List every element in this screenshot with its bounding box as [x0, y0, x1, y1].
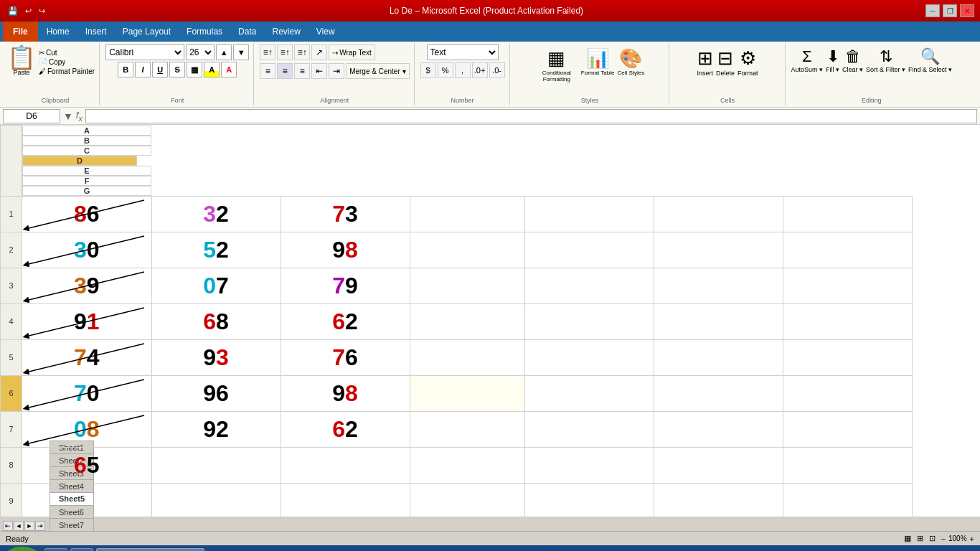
merge-center-btn[interactable]: Merge & Center ▾ — [346, 63, 409, 79]
minimize-btn[interactable]: ─ — [925, 4, 940, 17]
indent-less-btn[interactable]: ⇤ — [311, 63, 327, 79]
col-header-e[interactable]: E — [22, 166, 151, 176]
file-menu[interactable]: File — [3, 22, 38, 42]
maximize-btn[interactable]: ❐ — [943, 4, 957, 17]
cell-D3[interactable] — [410, 268, 524, 303]
cell-F4[interactable] — [654, 303, 783, 339]
conditional-formatting-btn[interactable]: ▦ Conditional Formatting — [535, 47, 578, 83]
cell-G2[interactable] — [783, 232, 912, 268]
cell-A5[interactable]: 74 — [22, 339, 152, 375]
strikethrough-btn[interactable]: S — [169, 62, 185, 77]
taskbar-ie-btn[interactable]: 🌐 — [44, 548, 67, 551]
font-size-select[interactable]: 26 — [186, 44, 215, 60]
percent-btn[interactable]: % — [438, 62, 453, 78]
col-header-b[interactable]: B — [22, 136, 151, 146]
cell-D8[interactable] — [410, 447, 524, 483]
tab-next-btn[interactable]: ► — [24, 521, 34, 531]
align-top-center-btn[interactable]: ≡↑ — [277, 44, 293, 60]
cut-btn[interactable]: ✂Cut — [39, 49, 95, 57]
increase-font-btn[interactable]: ▲ — [216, 44, 232, 60]
find-select-btn[interactable]: 🔍 Find & Select ▾ — [908, 47, 952, 73]
cell-C3[interactable]: 79 — [281, 268, 410, 303]
page-layout-menu[interactable]: Page Layout — [116, 22, 178, 42]
tab-prev-btn[interactable]: ◄ — [14, 521, 24, 531]
cell-F5[interactable] — [654, 339, 783, 375]
view-page-btn[interactable]: ⊡ — [929, 534, 936, 543]
fill-btn[interactable]: ⬇ Fill ▾ — [826, 47, 839, 73]
cell-A4[interactable]: 91 — [22, 303, 152, 339]
cell-F2[interactable] — [654, 232, 783, 268]
cell-E1[interactable] — [524, 196, 654, 232]
row-number-2[interactable]: 2 — [1, 232, 22, 268]
cell-F7[interactable] — [654, 411, 783, 447]
format-painter-btn[interactable]: 🖌Format Painter — [39, 67, 95, 75]
cell-D4[interactable] — [410, 303, 524, 339]
col-header-c[interactable]: C — [22, 146, 151, 156]
cell-B1[interactable]: 32 — [151, 196, 281, 232]
cell-E3[interactable] — [524, 268, 654, 303]
cell-B6[interactable]: 96 — [151, 375, 281, 411]
row-number-7[interactable]: 7 — [1, 411, 22, 447]
cell-B7[interactable]: 92 — [151, 411, 281, 447]
cell-C8[interactable] — [281, 447, 410, 483]
align-top-right-btn[interactable]: ≡↑ — [294, 44, 310, 60]
cell-G5[interactable] — [783, 339, 912, 375]
cell-B8[interactable] — [151, 447, 281, 483]
cell-A9[interactable] — [22, 483, 152, 517]
cell-E8[interactable] — [524, 447, 654, 483]
row-number-1[interactable]: 1 — [1, 196, 22, 232]
formula-expand-btn[interactable]: ▼ — [63, 110, 73, 122]
sheet-tab-sheet7[interactable]: Sheet7 — [50, 518, 94, 531]
cell-D9[interactable] — [410, 483, 524, 517]
cell-D6[interactable] — [410, 375, 524, 411]
copy-btn[interactable]: 📄Copy — [39, 58, 95, 66]
border-btn[interactable]: ▦ — [187, 62, 202, 77]
col-header-g[interactable]: G — [22, 186, 151, 196]
cell-C7[interactable]: 62 — [281, 411, 410, 447]
formula-input[interactable] — [85, 109, 977, 123]
align-left-btn[interactable]: ≡ — [260, 63, 275, 79]
cell-C1[interactable]: 73 — [281, 196, 410, 232]
sort-filter-btn[interactable]: ⇅ Sort & Filter ▾ — [866, 47, 905, 73]
cell-D5[interactable] — [410, 339, 524, 375]
cell-E9[interactable] — [524, 483, 654, 517]
cell-A6[interactable]: 70 — [22, 375, 152, 411]
cell-A7[interactable]: 08 — [22, 411, 152, 447]
align-right-btn[interactable]: ≡ — [294, 63, 310, 79]
cell-G8[interactable] — [783, 447, 912, 483]
wrap-text-btn[interactable]: ⇢Wrap Text — [329, 44, 375, 60]
orient-btn[interactable]: ↗ — [311, 44, 327, 60]
cell-F3[interactable] — [654, 268, 783, 303]
col-header-a[interactable]: A — [22, 126, 151, 136]
insert-btn[interactable]: ⊞ Insert — [697, 47, 713, 77]
cell-A2[interactable]: 30 — [22, 232, 152, 268]
cell-styles-btn[interactable]: 🎨 Cell Styles — [617, 47, 644, 83]
paste-btn[interactable]: 📋 Paste — [7, 46, 36, 76]
delete-btn[interactable]: ⊟ Delete — [716, 47, 735, 77]
zoom-in-btn[interactable]: + — [970, 534, 974, 543]
cell-G4[interactable] — [783, 303, 912, 339]
cell-A3[interactable]: 39 — [22, 268, 152, 303]
italic-btn[interactable]: I — [135, 62, 151, 77]
data-menu[interactable]: Data — [231, 22, 263, 42]
taskbar-folder-btn[interactable]: 📁 — [70, 548, 93, 551]
underline-btn[interactable]: U — [152, 62, 168, 77]
format-cells-btn[interactable]: ⚙ Format — [738, 47, 758, 77]
cell-C4[interactable]: 62 — [281, 303, 410, 339]
row-number-6[interactable]: 6 — [1, 375, 22, 411]
cell-B9[interactable] — [151, 483, 281, 517]
view-menu[interactable]: View — [309, 22, 342, 42]
cell-B4[interactable]: 68 — [151, 303, 281, 339]
start-button[interactable]: ⊞ — [3, 547, 42, 551]
comma-btn[interactable]: , — [455, 62, 471, 78]
cell-C5[interactable]: 76 — [281, 339, 410, 375]
zoom-out-btn[interactable]: − — [941, 534, 946, 543]
cell-E2[interactable] — [524, 232, 654, 268]
cell-B3[interactable]: 07 — [151, 268, 281, 303]
cell-D7[interactable] — [410, 411, 524, 447]
col-header-f[interactable]: F — [22, 176, 151, 186]
cell-D1[interactable] — [410, 196, 524, 232]
cell-C9[interactable] — [281, 483, 410, 517]
grid-area[interactable]: A B C D E F G 18632732305298339077949168… — [0, 125, 980, 517]
cell-G3[interactable] — [783, 268, 912, 303]
